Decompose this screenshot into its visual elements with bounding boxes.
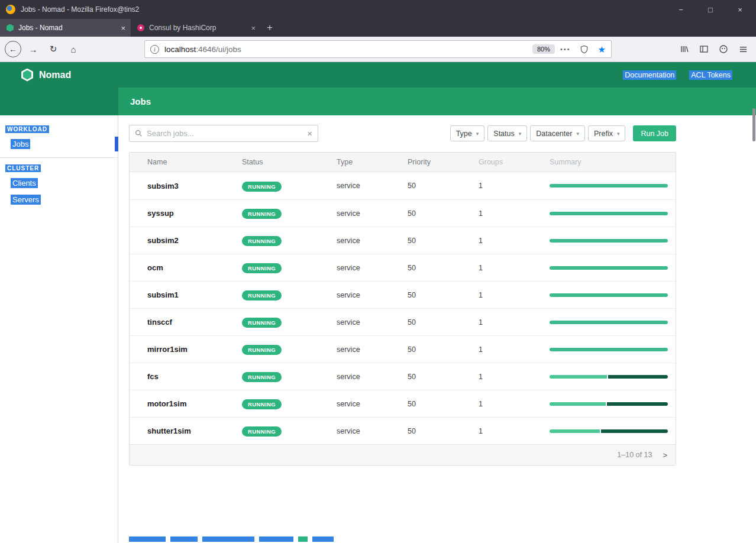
- acl-tokens-link[interactable]: ACL Tokens: [689, 70, 732, 80]
- clipped-page-content: [129, 536, 334, 542]
- clipped-fragment: [129, 536, 166, 542]
- column-header-groups: Groups: [479, 158, 550, 166]
- zoom-level-badge[interactable]: 80%: [532, 44, 555, 54]
- search-clear-icon[interactable]: ×: [307, 129, 312, 138]
- job-name[interactable]: fcs: [147, 372, 242, 381]
- sidebar-item-jobs[interactable]: Jobs: [0, 137, 118, 151]
- job-name[interactable]: mirror1sim: [147, 345, 242, 354]
- summary-segment: [550, 212, 668, 215]
- filter-status[interactable]: Status ▾: [487, 125, 527, 141]
- pagination-range: 1–10 of 13: [617, 451, 652, 459]
- chevron-down-icon: ▾: [519, 131, 522, 137]
- job-name[interactable]: tinsccf: [147, 318, 242, 327]
- jobs-table: Name Status Type Priority Groups Summary…: [129, 152, 676, 466]
- job-priority: 50: [408, 291, 479, 299]
- filter-datacenter[interactable]: Datacenter ▾: [530, 125, 585, 141]
- job-name[interactable]: subsim3: [147, 182, 242, 190]
- table-row[interactable]: subsim3 RUNNING service 50 1: [130, 172, 676, 199]
- page-info-icon[interactable]: i: [150, 45, 159, 54]
- toolbar-right-icons: [676, 41, 751, 57]
- column-header-status[interactable]: Status: [242, 158, 337, 166]
- table-row[interactable]: motor1sim RUNNING service 50 1: [130, 390, 676, 417]
- filter-label: Datacenter: [536, 130, 572, 138]
- reload-button[interactable]: ↻: [45, 41, 62, 57]
- table-row[interactable]: tinsccf RUNNING service 50 1: [130, 308, 676, 335]
- chevron-down-icon: ▾: [476, 131, 479, 137]
- job-name[interactable]: motor1sim: [147, 399, 242, 408]
- url-path: :4646/ui/jobs: [196, 45, 241, 54]
- sidebar-section-cluster: CLUSTER: [5, 165, 118, 172]
- table-row[interactable]: syssup RUNNING service 50 1: [130, 199, 676, 227]
- job-name[interactable]: ocm: [147, 263, 242, 272]
- maximize-button[interactable]: □: [706, 5, 715, 14]
- sidebar-item-label: Clients: [11, 178, 38, 188]
- tab-close-icon[interactable]: ×: [251, 24, 256, 33]
- url-bar[interactable]: i localhost:4646/ui/jobs 80% ••• ★: [144, 40, 612, 58]
- job-priority: 50: [408, 345, 479, 354]
- sidebar-item-servers[interactable]: Servers: [0, 192, 118, 207]
- new-tab-button[interactable]: +: [260, 19, 279, 37]
- sidebars-icon[interactable]: [696, 41, 712, 57]
- table-row[interactable]: subsim1 RUNNING service 50 1: [130, 281, 676, 308]
- vertical-scrollbar-thumb[interactable]: [752, 108, 755, 141]
- tab-consul[interactable]: Consul by HashiCorp ×: [130, 19, 260, 37]
- sidebar-divider: [0, 157, 118, 158]
- column-header-priority[interactable]: Priority: [408, 158, 479, 166]
- tab-label: Consul by HashiCorp: [149, 24, 246, 32]
- search-input[interactable]: [147, 129, 303, 138]
- sidebar-item-label: Jobs: [11, 139, 30, 149]
- table-footer: 1–10 of 13 >: [130, 444, 676, 465]
- forward-button[interactable]: →: [25, 41, 41, 57]
- page-actions-icon[interactable]: •••: [560, 46, 571, 53]
- job-type: service: [337, 264, 408, 272]
- home-button[interactable]: ⌂: [65, 41, 82, 57]
- table-row[interactable]: mirror1sim RUNNING service 50 1: [130, 335, 676, 363]
- filter-label: Type: [456, 130, 472, 138]
- filter-group: Type ▾ Status ▾ Datacenter ▾ Prefix ▾: [450, 125, 676, 141]
- job-name[interactable]: syssup: [147, 209, 242, 218]
- job-name[interactable]: shutter1sim: [147, 426, 242, 435]
- filter-prefix[interactable]: Prefix ▾: [588, 125, 625, 141]
- run-job-button[interactable]: Run Job: [633, 125, 676, 141]
- job-name[interactable]: subsim1: [147, 290, 242, 299]
- job-summary-bar: [550, 402, 668, 406]
- firefox-icon: [6, 5, 15, 14]
- close-button[interactable]: ×: [736, 5, 744, 14]
- job-status-badge: RUNNING: [242, 263, 282, 273]
- next-page-button[interactable]: >: [663, 451, 667, 460]
- hamburger-menu-icon[interactable]: [735, 41, 751, 57]
- back-button[interactable]: ←: [5, 41, 21, 57]
- table-row[interactable]: fcs RUNNING service 50 1: [130, 363, 676, 390]
- addon-icon[interactable]: [715, 41, 732, 57]
- column-header-name[interactable]: Name: [147, 158, 242, 166]
- summary-segment: [550, 321, 668, 324]
- table-row[interactable]: ocm RUNNING service 50 1: [130, 254, 676, 281]
- job-name[interactable]: subsim2: [147, 236, 242, 245]
- sidebar-item-clients[interactable]: Clients: [0, 176, 118, 190]
- chevron-down-icon: ▾: [617, 131, 620, 137]
- summary-segment: [608, 375, 668, 379]
- url-text[interactable]: localhost:4646/ui/jobs: [164, 45, 241, 54]
- column-header-type[interactable]: Type: [337, 158, 408, 166]
- table-row[interactable]: subsim2 RUNNING service 50 1: [130, 227, 676, 254]
- job-priority: 50: [408, 373, 479, 381]
- clipped-fragment: [298, 536, 308, 542]
- bookmark-shield-icon[interactable]: [576, 41, 593, 57]
- documentation-link[interactable]: Documentation: [623, 70, 676, 80]
- job-groups: 1: [479, 264, 550, 272]
- job-priority: 50: [408, 427, 479, 435]
- job-type: service: [337, 373, 408, 381]
- job-priority: 50: [408, 318, 479, 327]
- job-type: service: [337, 291, 408, 299]
- tab-close-icon[interactable]: ×: [121, 24, 125, 33]
- minimize-button[interactable]: −: [677, 5, 685, 14]
- job-summary-bar: [550, 293, 668, 297]
- library-icon[interactable]: [676, 41, 693, 57]
- job-groups: 1: [479, 209, 550, 218]
- tab-jobs-nomad[interactable]: Jobs - Nomad ×: [0, 19, 130, 37]
- job-summary-bar: [550, 348, 668, 351]
- table-row[interactable]: shutter1sim RUNNING service 50 1: [130, 417, 676, 444]
- search-box[interactable]: ×: [129, 125, 318, 142]
- filter-type[interactable]: Type ▾: [450, 125, 485, 141]
- bookmark-star-icon[interactable]: ★: [598, 45, 606, 54]
